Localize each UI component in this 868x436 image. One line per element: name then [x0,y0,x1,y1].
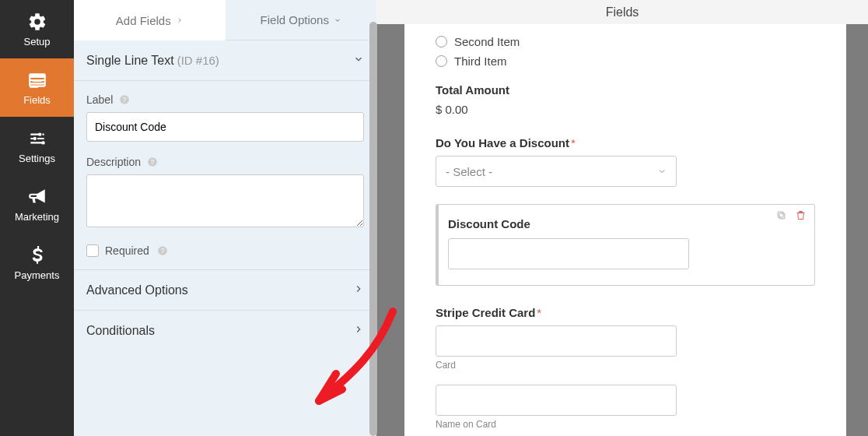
bullhorn-icon [27,187,47,207]
label-input[interactable] [86,112,364,142]
gear-icon [27,12,47,32]
name-on-card-sublabel: Name on Card [436,419,815,430]
delete-button[interactable] [795,209,807,224]
field-id: (ID #16) [177,54,219,67]
tab-field-options[interactable]: Field Options [226,0,377,40]
label-label: Label ? [86,93,364,106]
card-sublabel: Card [436,360,815,371]
discount-code-input[interactable] [448,238,689,269]
selected-field-card[interactable]: Discount Code [436,204,815,286]
help-icon[interactable]: ? [119,94,130,105]
form-icon [27,70,47,90]
radio-option[interactable]: Second Item [436,35,815,48]
radio-icon [436,55,447,67]
accordion-conditionals-label: Conditionals [86,324,155,338]
description-label: Description ? [86,156,364,168]
card-input[interactable] [436,325,677,357]
discount-question-label: Do You Have a Discount* [436,136,815,149]
stripe-label: Stripe Credit Card* [436,306,815,319]
nav-payments-label: Payments [15,269,60,281]
svg-rect-13 [779,213,785,219]
copy-icon [775,209,787,221]
nav-settings-label: Settings [19,153,55,164]
tab-add-fields[interactable]: Add Fields [74,0,226,40]
accordion-advanced-label: Advanced Options [86,283,188,297]
svg-text:?: ? [151,159,155,166]
duplicate-button[interactable] [775,209,787,224]
field-type-header[interactable]: Single Line Text (ID #16) [74,40,376,81]
accordion-conditionals[interactable]: Conditionals [74,311,376,351]
chevron-right-icon [353,283,364,297]
app-sidebar: Setup Fields Settings Marketing Payments [0,0,74,436]
chevron-down-icon [657,167,667,176]
nav-fields-label: Fields [23,94,51,106]
svg-text:?: ? [123,97,127,104]
discount-select[interactable]: - Select - [436,156,677,187]
radio-option[interactable]: Third Item [436,54,815,68]
nav-payments[interactable]: Payments [0,234,74,292]
svg-rect-1 [30,74,45,77]
help-icon[interactable]: ? [147,156,158,167]
sliders-icon [27,128,47,149]
tab-field-options-label: Field Options [261,13,329,26]
required-checkbox[interactable] [86,244,99,257]
radio-label: Second Item [454,35,520,48]
nav-setup-label: Setup [24,36,51,47]
field-type-title: Single Line Text [86,54,174,68]
options-panel: Add Fields Field Options Single Line Tex… [74,0,376,436]
nav-fields[interactable]: Fields [0,58,74,117]
preview-header: Fields [376,0,868,24]
svg-point-4 [38,132,41,135]
help-icon[interactable]: ? [157,245,168,256]
radio-icon [436,36,447,47]
tab-add-fields-label: Add Fields [116,14,171,27]
total-amount-value: $ 0.00 [436,103,815,116]
discount-code-title: Discount Code [448,217,802,230]
required-label: Required [105,244,149,257]
trash-icon [795,209,807,221]
chevron-right-icon [176,16,184,24]
nav-setup[interactable]: Setup [0,0,74,58]
nav-marketing[interactable]: Marketing [0,175,74,234]
svg-text:?: ? [161,248,165,255]
radio-label: Third Item [454,54,507,68]
field-basic-section: Label ? Description ? Required ? [74,81,376,270]
select-placeholder: - Select - [446,165,492,178]
preview-area: Fields Second Item Third Item Total Amou… [376,0,868,436]
svg-point-5 [33,136,36,139]
chevron-down-icon [334,16,341,24]
chevron-right-icon [353,324,364,338]
chevron-down-icon [353,54,364,68]
description-input[interactable] [86,174,364,227]
accordion-advanced-options[interactable]: Advanced Options [74,270,376,311]
dollar-icon [27,245,47,265]
nav-marketing-label: Marketing [15,211,59,223]
name-on-card-input[interactable] [436,385,677,416]
svg-rect-14 [778,212,783,217]
scrollbar[interactable] [369,22,377,436]
total-amount-label: Total Amount [436,83,815,97]
panel-tabs: Add Fields Field Options [74,0,376,40]
nav-settings[interactable]: Settings [0,117,74,175]
svg-point-6 [41,141,44,144]
